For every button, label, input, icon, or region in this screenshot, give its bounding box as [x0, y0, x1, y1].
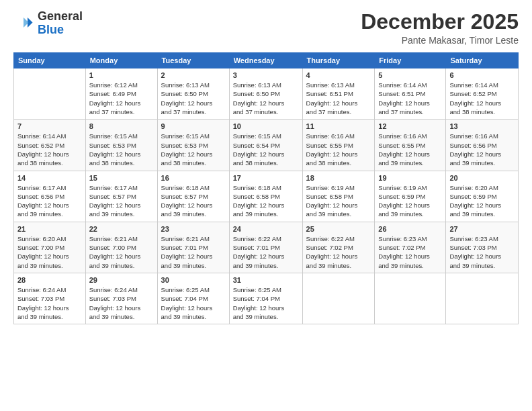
calendar-cell: 11Sunrise: 6:16 AM Sunset: 6:55 PM Dayli…	[302, 120, 375, 171]
day-number: 28	[17, 276, 82, 284]
calendar-cell: 6Sunrise: 6:14 AM Sunset: 6:52 PM Daylig…	[446, 68, 519, 120]
calendar-cell: 24Sunrise: 6:22 AM Sunset: 7:01 PM Dayli…	[229, 222, 302, 273]
calendar-cell: 1Sunrise: 6:12 AM Sunset: 6:49 PM Daylig…	[85, 68, 157, 120]
day-number: 30	[161, 276, 226, 284]
calendar-cell: 4Sunrise: 6:13 AM Sunset: 6:51 PM Daylig…	[302, 68, 375, 120]
day-info: Sunrise: 6:13 AM Sunset: 6:51 PM Dayligh…	[306, 81, 371, 116]
day-number: 22	[89, 225, 154, 233]
calendar-cell: 20Sunrise: 6:20 AM Sunset: 6:59 PM Dayli…	[446, 171, 519, 222]
weekday-header-wednesday: Wednesday	[229, 53, 302, 68]
weekday-header-tuesday: Tuesday	[157, 53, 229, 68]
day-info: Sunrise: 6:23 AM Sunset: 7:02 PM Dayligh…	[378, 234, 442, 270]
day-number: 11	[306, 122, 371, 130]
day-info: Sunrise: 6:22 AM Sunset: 7:01 PM Dayligh…	[233, 234, 299, 270]
calendar-header-row: SundayMondayTuesdayWednesdayThursdayFrid…	[14, 53, 519, 68]
calendar-cell: 15Sunrise: 6:17 AM Sunset: 6:57 PM Dayli…	[85, 171, 157, 222]
day-info: Sunrise: 6:14 AM Sunset: 6:52 PM Dayligh…	[449, 81, 515, 116]
day-info: Sunrise: 6:15 AM Sunset: 6:54 PM Dayligh…	[233, 132, 299, 167]
logo-blue: Blue	[38, 23, 64, 36]
weekday-header-sunday: Sunday	[14, 53, 86, 68]
calendar-cell: 5Sunrise: 6:14 AM Sunset: 6:51 PM Daylig…	[375, 68, 446, 120]
day-info: Sunrise: 6:15 AM Sunset: 6:53 PM Dayligh…	[89, 132, 154, 167]
day-number: 19	[378, 174, 442, 182]
day-number: 13	[449, 122, 515, 130]
calendar-cell: 16Sunrise: 6:18 AM Sunset: 6:57 PM Dayli…	[157, 171, 229, 222]
calendar-cell: 17Sunrise: 6:18 AM Sunset: 6:58 PM Dayli…	[229, 171, 302, 222]
page-container: General Blue December 2025 Pante Makasar…	[0, 0, 532, 411]
calendar-week-row: 21Sunrise: 6:20 AM Sunset: 7:00 PM Dayli…	[14, 222, 519, 273]
calendar-cell: 28Sunrise: 6:24 AM Sunset: 7:03 PM Dayli…	[14, 273, 86, 324]
day-number: 23	[161, 225, 226, 233]
day-number: 1	[89, 71, 154, 79]
calendar-week-row: 14Sunrise: 6:17 AM Sunset: 6:56 PM Dayli…	[14, 171, 519, 222]
calendar-cell: 3Sunrise: 6:13 AM Sunset: 6:50 PM Daylig…	[229, 68, 302, 120]
day-info: Sunrise: 6:20 AM Sunset: 6:59 PM Dayligh…	[449, 183, 515, 219]
calendar-cell: 7Sunrise: 6:14 AM Sunset: 6:52 PM Daylig…	[14, 120, 86, 171]
day-info: Sunrise: 6:24 AM Sunset: 7:03 PM Dayligh…	[89, 285, 154, 321]
day-number: 14	[17, 174, 82, 182]
logo-text: General Blue	[38, 10, 83, 37]
day-number: 16	[161, 174, 226, 182]
calendar-cell: 12Sunrise: 6:16 AM Sunset: 6:55 PM Dayli…	[375, 120, 446, 171]
day-info: Sunrise: 6:14 AM Sunset: 6:52 PM Dayligh…	[17, 132, 82, 167]
logo-icon	[13, 13, 34, 34]
day-number: 26	[378, 225, 442, 233]
day-number: 31	[233, 276, 299, 284]
calendar-cell	[446, 273, 519, 324]
day-info: Sunrise: 6:18 AM Sunset: 6:57 PM Dayligh…	[161, 183, 226, 219]
day-number: 15	[89, 174, 154, 182]
calendar-cell: 14Sunrise: 6:17 AM Sunset: 6:56 PM Dayli…	[14, 171, 86, 222]
day-info: Sunrise: 6:25 AM Sunset: 7:04 PM Dayligh…	[233, 285, 299, 321]
day-number: 17	[233, 174, 299, 182]
calendar-cell: 27Sunrise: 6:23 AM Sunset: 7:03 PM Dayli…	[446, 222, 519, 273]
day-info: Sunrise: 6:21 AM Sunset: 7:01 PM Dayligh…	[161, 234, 226, 270]
calendar-cell: 21Sunrise: 6:20 AM Sunset: 7:00 PM Dayli…	[14, 222, 86, 273]
weekday-header-saturday: Saturday	[446, 53, 519, 68]
day-info: Sunrise: 6:21 AM Sunset: 7:00 PM Dayligh…	[89, 234, 154, 270]
calendar-cell: 31Sunrise: 6:25 AM Sunset: 7:04 PM Dayli…	[229, 273, 302, 324]
day-number: 9	[161, 122, 226, 130]
day-number: 27	[449, 225, 515, 233]
day-number: 25	[306, 225, 371, 233]
day-number: 24	[233, 225, 299, 233]
day-number: 2	[161, 71, 226, 79]
day-number: 3	[233, 71, 299, 79]
title-block: December 2025 Pante Makasar, Timor Leste	[361, 10, 519, 46]
header: General Blue December 2025 Pante Makasar…	[13, 10, 519, 46]
calendar-cell: 2Sunrise: 6:13 AM Sunset: 6:50 PM Daylig…	[157, 68, 229, 120]
day-info: Sunrise: 6:13 AM Sunset: 6:50 PM Dayligh…	[161, 81, 226, 116]
calendar-cell	[14, 68, 86, 120]
calendar-cell: 22Sunrise: 6:21 AM Sunset: 7:00 PM Dayli…	[85, 222, 157, 273]
day-info: Sunrise: 6:25 AM Sunset: 7:04 PM Dayligh…	[161, 285, 226, 321]
calendar-cell: 18Sunrise: 6:19 AM Sunset: 6:58 PM Dayli…	[302, 171, 375, 222]
calendar-week-row: 28Sunrise: 6:24 AM Sunset: 7:03 PM Dayli…	[14, 273, 519, 324]
day-number: 20	[449, 174, 515, 182]
day-number: 10	[233, 122, 299, 130]
day-number: 18	[306, 174, 371, 182]
day-number: 21	[17, 225, 82, 233]
calendar-cell: 10Sunrise: 6:15 AM Sunset: 6:54 PM Dayli…	[229, 120, 302, 171]
day-info: Sunrise: 6:12 AM Sunset: 6:49 PM Dayligh…	[89, 81, 154, 116]
calendar-cell: 8Sunrise: 6:15 AM Sunset: 6:53 PM Daylig…	[85, 120, 157, 171]
logo-general: General	[38, 9, 83, 23]
day-info: Sunrise: 6:16 AM Sunset: 6:55 PM Dayligh…	[378, 132, 442, 167]
day-info: Sunrise: 6:14 AM Sunset: 6:51 PM Dayligh…	[378, 81, 442, 116]
calendar-cell: 9Sunrise: 6:15 AM Sunset: 6:53 PM Daylig…	[157, 120, 229, 171]
day-info: Sunrise: 6:23 AM Sunset: 7:03 PM Dayligh…	[449, 234, 515, 270]
calendar-cell: 25Sunrise: 6:22 AM Sunset: 7:02 PM Dayli…	[302, 222, 375, 273]
day-info: Sunrise: 6:16 AM Sunset: 6:55 PM Dayligh…	[306, 132, 371, 167]
day-info: Sunrise: 6:19 AM Sunset: 6:58 PM Dayligh…	[306, 183, 371, 219]
weekday-header-friday: Friday	[375, 53, 446, 68]
day-info: Sunrise: 6:19 AM Sunset: 6:59 PM Dayligh…	[378, 183, 442, 219]
calendar-cell: 23Sunrise: 6:21 AM Sunset: 7:01 PM Dayli…	[157, 222, 229, 273]
day-number: 12	[378, 122, 442, 130]
day-number: 8	[89, 122, 154, 130]
calendar-cell	[302, 273, 375, 324]
calendar-cell: 19Sunrise: 6:19 AM Sunset: 6:59 PM Dayli…	[375, 171, 446, 222]
day-info: Sunrise: 6:13 AM Sunset: 6:50 PM Dayligh…	[233, 81, 299, 116]
calendar-week-row: 1Sunrise: 6:12 AM Sunset: 6:49 PM Daylig…	[14, 68, 519, 120]
day-info: Sunrise: 6:16 AM Sunset: 6:56 PM Dayligh…	[449, 132, 515, 167]
calendar-cell: 29Sunrise: 6:24 AM Sunset: 7:03 PM Dayli…	[85, 273, 157, 324]
calendar-week-row: 7Sunrise: 6:14 AM Sunset: 6:52 PM Daylig…	[14, 120, 519, 171]
calendar-cell: 26Sunrise: 6:23 AM Sunset: 7:02 PM Dayli…	[375, 222, 446, 273]
